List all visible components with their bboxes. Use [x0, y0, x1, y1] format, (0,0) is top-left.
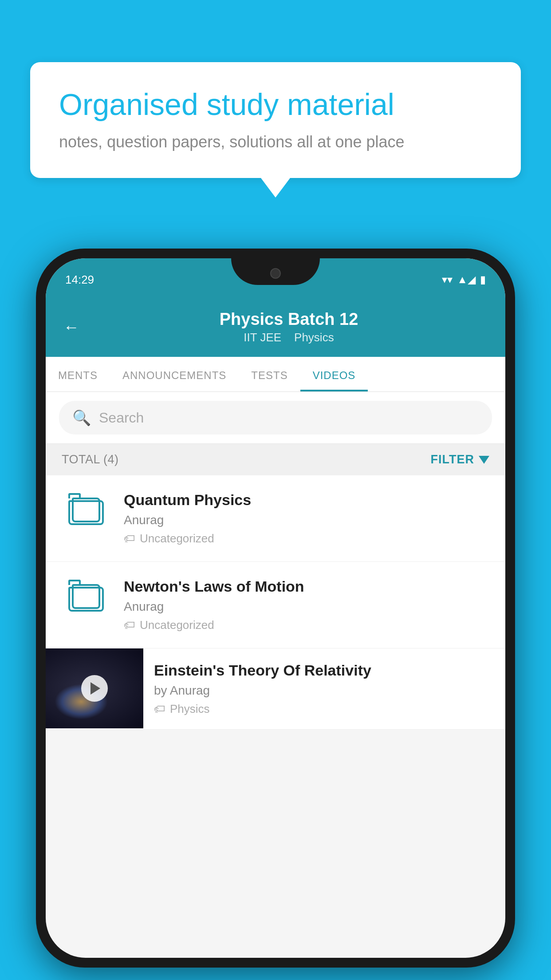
tab-videos[interactable]: VIDEOS: [300, 357, 368, 391]
video-list: Quantum Physics Anurag 🏷 Uncategorized: [46, 475, 505, 730]
battery-icon: ▮: [480, 273, 486, 286]
notch: [231, 258, 320, 285]
video-info: Newton's Laws of Motion Anurag 🏷 Uncateg…: [124, 578, 489, 632]
speech-bubble-subtitle: notes, question papers, solutions all at…: [59, 133, 492, 151]
video-icon-wrap: [62, 491, 110, 525]
signal-icon: ▲◢: [457, 273, 476, 286]
tag-label: Physics: [170, 702, 210, 716]
video-tag: 🏷 Physics: [154, 702, 492, 716]
header-subtitle: IIT JEE Physics: [90, 331, 488, 344]
video-icon-wrap: [62, 578, 110, 612]
list-item[interactable]: Einstein's Theory Of Relativity by Anura…: [46, 648, 505, 730]
filter-label: FILTER: [431, 453, 474, 466]
tag-icon: 🏷: [124, 532, 135, 545]
filter-icon: [479, 456, 489, 464]
video-info: Einstein's Theory Of Relativity by Anura…: [143, 648, 505, 729]
filter-button[interactable]: FILTER: [431, 453, 489, 466]
speech-bubble-title: Organised study material: [59, 87, 492, 123]
status-bar: 14:29 ▾▾ ▲◢ ▮: [46, 258, 505, 301]
speech-bubble: Organised study material notes, question…: [30, 62, 521, 178]
search-bar[interactable]: 🔍 Search: [59, 401, 492, 435]
back-button[interactable]: ←: [63, 319, 79, 335]
tag-label: Uncategorized: [140, 618, 214, 632]
tab-announcements[interactable]: ANNOUNCEMENTS: [110, 357, 239, 391]
status-icons: ▾▾ ▲◢ ▮: [442, 273, 486, 286]
header-title: Physics Batch 12: [90, 310, 488, 329]
video-author: Anurag: [124, 600, 489, 614]
filter-bar: TOTAL (4) FILTER: [46, 444, 505, 475]
folder-icon: [68, 493, 104, 525]
video-tag: 🏷 Uncategorized: [124, 618, 489, 632]
video-title: Einstein's Theory Of Relativity: [154, 662, 492, 679]
search-section: 🔍 Search: [46, 392, 505, 444]
phone-screen: 14:29 ▾▾ ▲◢ ▮ ← Physics Batch 12 IIT JEE: [46, 258, 505, 958]
app-header: ← Physics Batch 12 IIT JEE Physics: [46, 301, 505, 357]
video-info: Quantum Physics Anurag 🏷 Uncategorized: [124, 491, 489, 545]
tag-icon: 🏷: [154, 702, 165, 716]
tab-tests[interactable]: TESTS: [239, 357, 300, 391]
search-input[interactable]: Search: [99, 410, 479, 426]
video-title: Newton's Laws of Motion: [124, 578, 489, 595]
wifi-icon: ▾▾: [442, 273, 453, 286]
phone-outer: 14:29 ▾▾ ▲◢ ▮ ← Physics Batch 12 IIT JEE: [36, 249, 515, 968]
play-button[interactable]: [81, 675, 108, 702]
video-thumbnail: [46, 648, 143, 728]
play-icon: [91, 682, 100, 695]
tab-ments[interactable]: MENTS: [46, 357, 110, 391]
search-icon: 🔍: [72, 409, 91, 427]
video-tag: 🏷 Uncategorized: [124, 532, 489, 545]
tag-label: Uncategorized: [140, 532, 214, 545]
header-subtitle-part2: Physics: [294, 331, 334, 344]
tag-icon: 🏷: [124, 618, 135, 632]
list-item[interactable]: Quantum Physics Anurag 🏷 Uncategorized: [46, 475, 505, 562]
video-author: by Anurag: [154, 684, 492, 698]
speech-bubble-container: Organised study material notes, question…: [30, 62, 521, 178]
tabs-bar: MENTS ANNOUNCEMENTS TESTS VIDEOS: [46, 357, 505, 392]
camera-icon: [270, 268, 281, 279]
status-time: 14:29: [65, 273, 94, 287]
video-author: Anurag: [124, 513, 489, 527]
video-title: Quantum Physics: [124, 491, 489, 509]
total-count: TOTAL (4): [62, 453, 119, 466]
header-text: Physics Batch 12 IIT JEE Physics: [90, 310, 488, 344]
list-item[interactable]: Newton's Laws of Motion Anurag 🏷 Uncateg…: [46, 562, 505, 648]
phone-container: 14:29 ▾▾ ▲◢ ▮ ← Physics Batch 12 IIT JEE: [36, 249, 515, 968]
folder-icon: [68, 580, 104, 612]
header-subtitle-part1: IIT JEE: [244, 331, 281, 344]
